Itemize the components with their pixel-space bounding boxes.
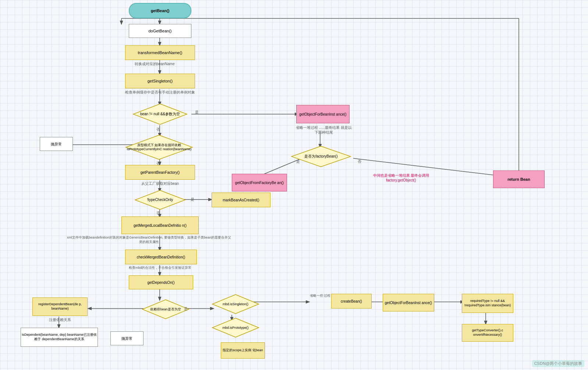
getObjectForBeanInstance2-node: getObjectForBeanInst ance()	[383, 294, 434, 311]
diamond1-container: bean != null &&参数为空	[132, 103, 188, 125]
returnBean-node: return Bean	[493, 170, 545, 188]
middleNote: 中间也是省略一堆结果 最终会调用 factory.getObject()	[368, 173, 434, 183]
getObjectFromFactoryBean-node: getObjectFromFactoryBe an()	[232, 174, 287, 191]
throwException2-node: 抛异常	[110, 331, 144, 345]
diamond-singleton-container: mbd.isSingleton()	[212, 294, 259, 314]
no-factory-label: 否	[354, 159, 365, 164]
transformed-note: 转换成对应的beanName	[109, 61, 201, 66]
no-typecheck-label: 否	[153, 211, 164, 215]
diamond-typecheck-container: !typeCheckOnly	[134, 190, 186, 210]
yes1-label: 是	[191, 110, 202, 114]
diamond-prototype2-label: mbd.isPrototype()	[212, 317, 259, 338]
yes-factory-label: 是	[293, 159, 304, 164]
transformedBeanName-node: transformedBeanName()	[125, 45, 195, 60]
getSingleton-note: 检查单例缓存中是否有手动注册的单例对象	[99, 90, 221, 95]
getObjectNote1: 省略一堆过程 ......最终结果 就是以下两种结尾	[294, 125, 353, 135]
checkMergedBeanDefinition-node: checkMergedBeanDefinition()	[125, 250, 197, 264]
markBeanAsCreated-node: markBeanAsCreated()	[212, 193, 270, 207]
diamond-prototype2-container: mbd.isPrototype()	[212, 317, 259, 338]
diamond-factory-container: 是否为factoryBean()	[291, 145, 351, 168]
doGetBean-node: doGetBean()	[129, 24, 191, 38]
throwException1-node: 抛异常	[40, 137, 73, 151]
watermark: CSDN@两个小草莓的故事	[532, 360, 584, 367]
getTypeConverter-node: getTypeConverter().c onvertIfNecessary()	[462, 324, 513, 342]
diamond-singleton-label: mbd.isSingleton()	[212, 294, 259, 314]
getBean-node: getBean()	[129, 3, 191, 18]
getObjectForBeanInstance1-node: getObjectForBeanInst ance()	[296, 105, 350, 123]
getParentBeanFactory-node: getParentBeanFactory()	[125, 165, 195, 180]
requiredTypeCheck-node: requiredType != null && !requiredType.is…	[462, 294, 513, 313]
scopeBean-node: 指定的scope上实例 化bean	[221, 342, 265, 359]
flowchart-canvas: getBean() doGetBean() transformedBeanNam…	[0, 0, 588, 370]
registerDependentBean-node: registerDependentBean(de p, beanName)	[32, 297, 88, 316]
registerNote: 注册依赖关系	[36, 317, 84, 322]
diamond-typecheck-label: !typeCheckOnly	[134, 190, 186, 210]
briefProcess: 省略一些 过程	[305, 294, 335, 298]
getDependsOn-node: getDependsOn()	[129, 275, 193, 289]
isDependent-node: isDependent(beanName, dep) beanName已注册依赖…	[21, 328, 98, 347]
diamond-prototype-label: 原型模式下 如果存在循环依赖 isPrototypeCurrentlyInC r…	[125, 134, 193, 160]
checkNote: 检查mbd的合法性，不合格会引发验证异常	[103, 266, 217, 270]
getMergedLocalBeanDefinition-node: getMergedLocalBeanDefnitio n()	[121, 216, 199, 234]
yes-typecheck-label: 是	[187, 197, 198, 202]
getSingleton-node: getSingleton()	[125, 74, 195, 88]
no1-label: 否	[153, 127, 164, 132]
diamond-prototype-container: 原型模式下 如果存在循环依赖 isPrototypeCurrentlyInC r…	[125, 134, 193, 160]
getMergedNote: xml文件中加载beandefinition封装的对象是GenericBeanD…	[66, 236, 232, 244]
yes-depnull-label: 是	[180, 306, 191, 311]
createBean-node: createBean()	[331, 294, 372, 309]
getParentNote: 从父工厂获取对应bean	[127, 181, 193, 186]
diamond1-label: bean != null &&参数为空	[132, 103, 188, 125]
diamond-factory-label: 是否为factoryBean()	[291, 145, 351, 168]
